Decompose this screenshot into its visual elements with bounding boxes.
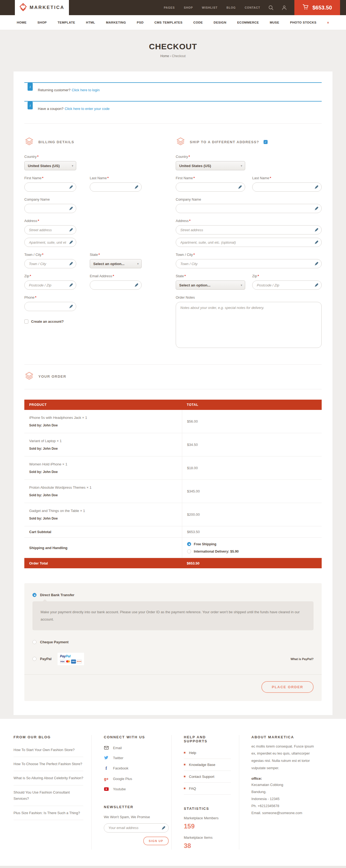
payment-box: Direct Bank Transfer Make your payment d… [24, 583, 322, 701]
nav-item-template[interactable]: TEMPLATE [58, 21, 75, 24]
shipping-state-select[interactable]: Select an option... ▾ [176, 280, 245, 290]
product-seller: Sold by: John Doe [29, 517, 177, 520]
connect-email-link[interactable]: Email [104, 743, 163, 753]
top-menu-item-shop[interactable]: SHOP [184, 6, 193, 9]
chevron-double-down-icon[interactable]: » [326, 21, 330, 23]
product-total: $56.00 [182, 410, 322, 433]
billing-address2-input[interactable] [25, 238, 76, 247]
nav-item-cms-templates[interactable]: CMS TEMPLATES [154, 21, 182, 24]
table-row: Variant of Laptop × 1 Sold by: John Doe … [24, 433, 322, 457]
product-name: Proton Absolute Wordpress Themes × 1 [29, 486, 177, 490]
contact-support-link[interactable]: Contact Support [184, 771, 231, 783]
billing-last-name-field: Last Name* [90, 176, 142, 192]
cart-button[interactable]: $653.50 [295, 0, 340, 15]
breadcrumb-home-link[interactable]: Home [160, 54, 169, 58]
ship-different-checkbox[interactable]: ✓ [264, 140, 268, 144]
top-menu-item-wishlist[interactable]: WISHLIST [202, 6, 218, 9]
nav-item-psd[interactable]: PSD [137, 21, 143, 24]
shipping-country-select[interactable]: United States (US) ▾ [176, 161, 245, 170]
brand-logo[interactable]: MARKETICA [15, 0, 69, 15]
faq-link[interactable]: FAQ [184, 783, 231, 795]
billing-company-input[interactable] [25, 204, 76, 213]
nav-item-html[interactable]: HTML [86, 21, 95, 24]
order-notes-label: Order Notes [176, 296, 322, 300]
bullet-icon [184, 776, 185, 777]
nav-item-muse[interactable]: MUSE [270, 21, 279, 24]
shipping-last-name-label: Last Name* [252, 176, 322, 180]
blog-post-link[interactable]: How To Start Your Own Fashion Store? [13, 743, 83, 757]
billing-first-name-input[interactable] [25, 183, 76, 191]
coupon-notice-text: Have a coupon? [38, 107, 64, 111]
shipping-first-name-input[interactable] [176, 183, 245, 191]
cart-icon [303, 4, 309, 11]
shipping-town-field: Town / City* [176, 253, 322, 268]
place-order-button[interactable]: PLACE ORDER [262, 681, 314, 693]
billing-email-input[interactable] [90, 281, 141, 289]
billing-title: BILLING DETAILS [38, 140, 74, 144]
login-link[interactable]: Click here to login [72, 88, 100, 92]
create-account-checkbox[interactable] [24, 319, 28, 323]
what-is-paypal-link[interactable]: What is PayPal? [290, 657, 314, 661]
search-icon[interactable] [269, 5, 274, 10]
help-link[interactable]: Help [184, 747, 231, 759]
footer-help-column: HELP AND SUPPORTS Help Knowladge Base Co… [171, 735, 239, 849]
connect-google-plus-link[interactable]: g+ Google Plus [104, 774, 163, 784]
statistics-title: STATISTICS [184, 807, 231, 811]
billing-first-name-label: First Name* [24, 176, 76, 180]
order-notes-textarea[interactable] [176, 302, 322, 348]
knowledge-base-link[interactable]: Knowladge Base [184, 759, 231, 771]
blog-post-link[interactable]: What is So Alluring About Celebrity Fash… [13, 771, 83, 785]
top-menu-item-pages[interactable]: PAGES [164, 6, 175, 9]
office-label: office: [251, 776, 324, 780]
connect-youtube-link[interactable]: Youtube [104, 784, 163, 794]
top-menu-item-contact[interactable]: CONTACT [245, 6, 260, 9]
nav-item-photo-stocks[interactable]: PHOTO STOCKS [290, 21, 316, 24]
billing-town-input[interactable] [25, 259, 76, 268]
paypal-radio[interactable] [32, 657, 36, 661]
billing-section-head: BILLING DETAILS [24, 137, 160, 147]
pen-icon [238, 185, 242, 190]
mastercard-icon [65, 659, 70, 663]
sign-up-button[interactable]: SIGN UP [143, 837, 169, 845]
shipping-last-name-input[interactable] [252, 183, 321, 191]
footer: FROM OUR BLOG How To Start Your Own Fash… [0, 719, 346, 866]
connect-facebook-link[interactable]: f Facebook [104, 763, 163, 774]
nav-item-home[interactable]: HOME [17, 21, 27, 24]
blog-post-link[interactable]: Plus Size Fashion: Is There Such a Thing… [13, 806, 83, 820]
top-menu-item-blog[interactable]: BLOG [227, 6, 236, 9]
billing-zip-input[interactable] [25, 281, 76, 289]
bank-transfer-label: Direct Bank Transfer [40, 593, 74, 597]
newsletter-email-input[interactable] [104, 824, 168, 832]
info-icon: i [28, 83, 33, 91]
nav-item-shop[interactable]: SHOP [37, 21, 47, 24]
checkout-card: i Returning customer? Click here to logi… [13, 71, 333, 715]
shipping-address2-input[interactable] [176, 238, 321, 247]
billing-last-name-input[interactable] [90, 183, 141, 191]
blog-post-link[interactable]: Should You Use Fashion Consultant Servic… [13, 785, 83, 806]
billing-phone-input[interactable] [25, 302, 76, 311]
shipping-zip-input[interactable] [252, 281, 321, 289]
shipping-address1-input[interactable] [176, 225, 321, 234]
user-icon[interactable] [282, 5, 287, 10]
coupon-link[interactable]: Click here to enter your code [65, 107, 109, 111]
billing-country-select[interactable]: United States (US) ▾ [24, 161, 76, 170]
blog-post-link[interactable]: How To Choose The Perfect Fashion Store? [13, 757, 83, 771]
nav-item-ecommerce[interactable]: ECOMMERCE [237, 21, 259, 24]
product-seller: Sold by: John Doe [29, 493, 177, 497]
pen-icon [69, 241, 73, 246]
nav-item-code[interactable]: CODE [193, 21, 203, 24]
shipping-town-input[interactable] [176, 259, 321, 268]
nav-item-marketing[interactable]: MARKETING [106, 21, 126, 24]
shipping-company-input[interactable] [176, 204, 321, 213]
nav-item-design[interactable]: DESIGN [213, 21, 226, 24]
paypal-acceptance-mark: PayPal VISA AMEX DISCOVER [58, 653, 84, 665]
free-shipping-radio[interactable] [187, 542, 191, 546]
tag-logo-icon [20, 3, 27, 12]
billing-address1-input[interactable] [25, 225, 76, 234]
bank-transfer-radio[interactable] [32, 593, 36, 597]
footer-blog-title: FROM OUR BLOG [13, 735, 83, 739]
connect-twitter-link[interactable]: Twitter [104, 753, 163, 763]
international-delivery-radio[interactable] [187, 549, 191, 553]
cheque-radio[interactable] [32, 640, 36, 644]
billing-state-select[interactable]: Select an option... ▾ [90, 259, 142, 268]
